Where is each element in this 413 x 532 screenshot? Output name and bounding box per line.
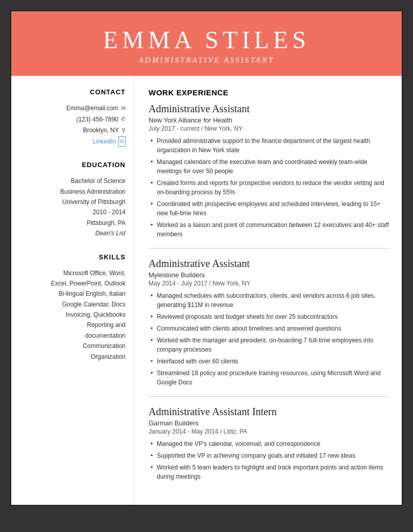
location-row: Brooklyn, NY ⚲ — [22, 125, 126, 136]
skill-item: Google Calendar, Docs — [22, 299, 126, 310]
phone-text: (123) 456-7890 — [76, 114, 118, 126]
email-icon: ✉ — [121, 104, 126, 114]
bullet-item: Managed schedules with subcontractors, c… — [149, 291, 389, 310]
email-row: Emma@email.com ✉ — [22, 103, 126, 114]
skill-item: Bi-lingual English, Italian — [22, 289, 126, 299]
resume-header: EMMA STILES ADMINISTRATIVE ASSISTANT — [11, 11, 402, 76]
job-bullets: Managed the VP's calendar, voicemail, an… — [149, 439, 389, 481]
skill-item: Invoicing, Quickbooks — [22, 310, 126, 320]
skill-item: Microsoft Office, Word, — [22, 268, 126, 278]
email-text: Emma@email.com — [66, 103, 118, 114]
skill-item: Communication — [22, 341, 126, 351]
job-bullets: Managed schedules with subcontractors, c… — [149, 291, 389, 387]
edu-honors: Dean's List — [22, 228, 126, 238]
education-section: EDUCATION Bachelor of Science Business A… — [22, 161, 126, 238]
degree: Bachelor of Science — [22, 176, 126, 186]
skills-list: Microsoft Office, Word,Excel, PowerPoint… — [22, 268, 126, 362]
skill-item: Excel, PowerPoint, Outlook — [22, 278, 126, 289]
bullet-item: Reviewed proposals and budget sheets for… — [149, 312, 389, 321]
bullet-item: Worked as a liaison and point of communi… — [149, 220, 389, 239]
resume-body: CONTACT Emma@email.com ✉ (123) 456-7890 … — [11, 76, 402, 505]
bullet-item: Managed the VP's calendar, voicemail, an… — [149, 439, 389, 448]
bullet-item: Interfaced with over 60 clients — [149, 357, 389, 366]
bullet-item: Worked with the manager and president, o… — [149, 336, 389, 354]
location-text: Brooklyn, NY — [83, 125, 119, 136]
job-meta: May 2014 - July 2017 / New York, NY — [149, 280, 389, 287]
bullet-item: Streamlined 18 policy and procedure trai… — [149, 369, 389, 387]
work-experience-title: WORK EXPERIENCE — [149, 88, 389, 98]
job-meta: January 2014 - May 2014 / Lititz, PA — [149, 428, 389, 435]
linkedin-row[interactable]: LinkedIn in — [22, 136, 126, 147]
job-entry: Administrative Assistant InternGarman Bu… — [149, 406, 389, 481]
sidebar: CONTACT Emma@email.com ✉ (123) 456-7890 … — [11, 76, 134, 505]
bullet-item: Managed calendars of the executive team … — [149, 157, 389, 176]
work-experience-section: WORK EXPERIENCE Administrative Assistant… — [149, 88, 389, 481]
job-company: Mylestone Builders — [149, 271, 389, 279]
skills-section: SKILLS Microsoft Office, Word,Excel, Pow… — [22, 253, 126, 362]
linkedin-link[interactable]: LinkedIn — [93, 136, 116, 147]
job-bullets: Provided administrative support to the f… — [149, 136, 389, 239]
candidate-title: ADMINISTRATIVE ASSISTANT — [22, 56, 391, 65]
location-icon: ⚲ — [121, 126, 126, 136]
skill-item: Organization — [22, 352, 126, 362]
resume-container: EMMA STILES ADMINISTRATIVE ASSISTANT CON… — [10, 10, 403, 506]
edu-location: Pittsburgh, PA — [22, 218, 126, 228]
linkedin-icon: in — [118, 136, 126, 147]
university: University of Pittsburgh — [22, 197, 126, 207]
bullet-item: Supported the VP in achieving company go… — [149, 451, 389, 460]
job-title: Administrative Assistant — [149, 103, 389, 115]
bullet-item: Created forms and reports for prospectiv… — [149, 178, 389, 197]
skills-title: SKILLS — [22, 253, 126, 263]
contact-section: CONTACT Emma@email.com ✉ (123) 456-7890 … — [22, 88, 126, 147]
skill-item: documentation — [22, 331, 126, 341]
phone-row: (123) 456-7890 ✆ — [22, 114, 126, 126]
job-company: Garman Builders — [149, 419, 389, 427]
major: Business Administration — [22, 187, 126, 197]
education-title: EDUCATION — [22, 161, 126, 171]
job-title: Administrative Assistant Intern — [149, 406, 389, 418]
job-title: Administrative Assistant — [149, 258, 389, 270]
main-content: WORK EXPERIENCE Administrative Assistant… — [134, 76, 402, 505]
bullet-item: Worked with 5 team leaders to highlight … — [149, 463, 389, 481]
contact-title: CONTACT — [22, 88, 126, 98]
edu-years: 2010 - 2014 — [22, 207, 126, 217]
jobs-list: Administrative AssistantNew York Allianc… — [149, 103, 389, 481]
job-meta: July 2017 - current / New York, NY — [149, 125, 389, 132]
bullet-item: Communicated with clients about timeline… — [149, 324, 389, 333]
candidate-name: EMMA STILES — [22, 26, 391, 54]
bullet-item: Provided administrative support to the f… — [149, 136, 389, 155]
phone-icon: ✆ — [121, 114, 126, 125]
job-entry: Administrative AssistantNew York Allianc… — [149, 103, 389, 239]
job-entry: Administrative AssistantMylestone Builde… — [149, 258, 389, 387]
bullet-item: Coordinated with prospective employees a… — [149, 199, 389, 218]
job-company: New York Alliance for Health — [149, 116, 389, 124]
skill-item: Reporting and — [22, 320, 126, 330]
